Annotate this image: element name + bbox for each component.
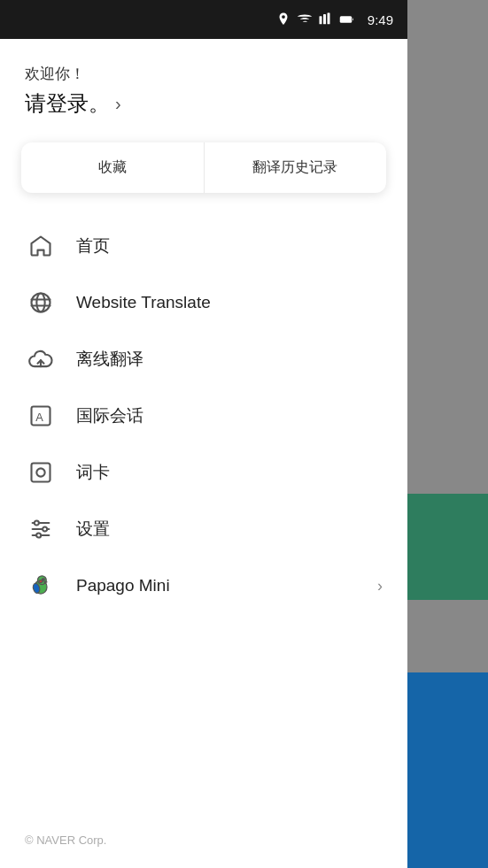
login-prompt[interactable]: 请登录。 › xyxy=(25,89,383,118)
svg-point-5 xyxy=(32,294,50,312)
svg-point-18 xyxy=(43,526,47,531)
home-svg xyxy=(28,234,53,258)
tab-history[interactable]: 翻译历史记录 xyxy=(205,142,387,193)
settings-label: 设置 xyxy=(76,518,110,541)
main-content: 欢迎你！ 请登录。 › 收藏 翻译历史记录 首页 xyxy=(0,39,407,868)
globe-svg xyxy=(28,290,53,315)
sliders-icon xyxy=(25,513,57,545)
copyright-text: © NAVER Corp. xyxy=(25,833,106,847)
svg-point-27 xyxy=(39,580,43,583)
papago-icon xyxy=(25,570,57,602)
svg-point-6 xyxy=(36,294,44,312)
svg-point-13 xyxy=(36,468,44,476)
menu-item-settings[interactable]: 设置 xyxy=(7,501,400,557)
status-time: 9:49 xyxy=(368,12,393,27)
globe-icon xyxy=(25,287,57,319)
home-icon xyxy=(25,230,57,262)
svg-rect-2 xyxy=(327,13,329,25)
tab-favorites[interactable]: 收藏 xyxy=(21,142,205,193)
font-icon: A xyxy=(25,400,57,432)
footer: © NAVER Corp. xyxy=(25,833,106,847)
status-icons xyxy=(275,12,355,27)
svg-rect-4 xyxy=(341,18,351,22)
website-translate-label: Website Translate xyxy=(76,293,211,312)
card-svg xyxy=(28,460,53,485)
svg-rect-0 xyxy=(319,16,321,24)
menu-item-papago-mini[interactable]: Papago Mini › xyxy=(7,557,400,614)
sliders-svg xyxy=(28,517,53,542)
location-icon xyxy=(275,12,291,27)
status-bar: 9:49 xyxy=(0,0,407,39)
card-icon xyxy=(25,457,57,488)
papago-svg xyxy=(28,573,53,598)
signal-icon xyxy=(318,12,334,27)
cloud-svg xyxy=(28,347,53,372)
menu-item-international-talk[interactable]: A 国际会话 xyxy=(7,388,400,444)
svg-rect-12 xyxy=(32,464,50,482)
header: 欢迎你！ 请登录。 › xyxy=(0,39,407,135)
font-svg: A xyxy=(28,403,53,428)
menu-list: 首页 Website Translate xyxy=(0,218,407,614)
login-arrow: › xyxy=(115,94,121,114)
svg-point-26 xyxy=(43,579,43,580)
flashcard-label: 词卡 xyxy=(76,461,110,484)
home-label: 首页 xyxy=(76,234,110,257)
tab-bar: 收藏 翻译历史记录 xyxy=(21,142,386,193)
menu-item-offline-translate[interactable]: 离线翻译 xyxy=(7,331,400,388)
papago-mini-arrow: › xyxy=(377,577,383,595)
menu-item-flashcard[interactable]: 词卡 xyxy=(7,444,400,501)
menu-item-website-translate[interactable]: Website Translate xyxy=(7,274,400,331)
login-text: 请登录。 xyxy=(25,89,110,118)
svg-point-19 xyxy=(36,533,41,537)
papago-mini-label: Papago Mini xyxy=(76,576,170,595)
svg-text:A: A xyxy=(35,411,43,424)
svg-point-17 xyxy=(35,520,39,525)
wifi-icon xyxy=(297,12,313,27)
greeting-text: 欢迎你！ xyxy=(25,64,383,84)
svg-rect-1 xyxy=(323,14,326,24)
menu-item-home[interactable]: 首页 xyxy=(7,218,400,274)
cloud-icon xyxy=(25,343,57,375)
battery-icon xyxy=(339,12,355,27)
international-talk-label: 国际会话 xyxy=(76,404,143,427)
offline-translate-label: 离线翻译 xyxy=(76,348,143,371)
